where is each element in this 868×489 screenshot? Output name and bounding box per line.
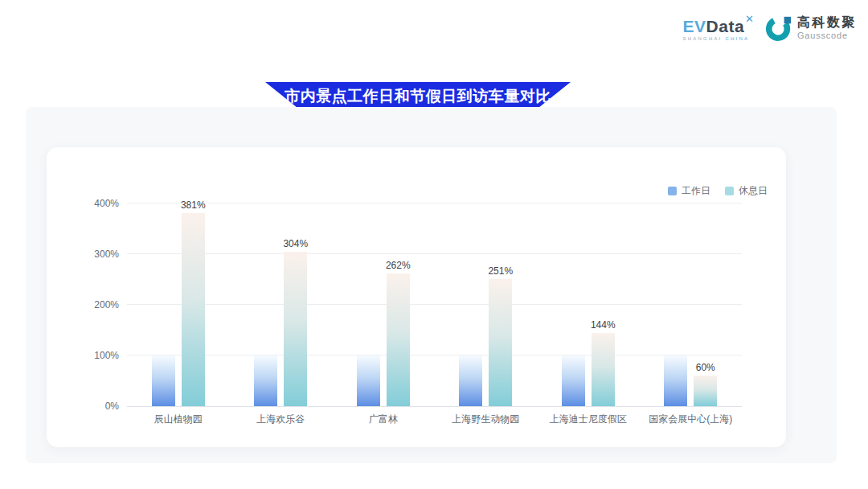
y-axis-label: 200% [80,299,119,310]
gridline [127,253,742,254]
gausscode-name-cn: 高科数聚 [797,15,857,30]
bar-workday [357,355,380,406]
bar-value-label: 60% [678,362,734,373]
plot-area: 0%100%200%300%400%381%辰山植物园304%上海欢乐谷262%… [127,203,742,406]
x-axis-label: 辰山植物园 [127,413,230,426]
evdata-logo: EV Data ✕ SHANGHAI CHINA [683,14,754,41]
legend-item-restday[interactable]: 休息日 [725,184,768,198]
bar-value-label: 144% [575,319,631,331]
bar-workday [254,355,277,406]
x-axis-label: 广富林 [332,413,435,426]
gridline [127,304,742,305]
gridline [127,355,742,355]
gausscode-name-en: Gausscode [797,31,857,41]
y-axis-label: 300% [80,249,119,260]
bar-restday [182,213,205,406]
gausscode-text: 高科数聚 Gausscode [797,15,857,40]
bar-restday [694,376,717,406]
header-logos: EV Data ✕ SHANGHAI CHINA 高科数聚 Gausscode [683,14,857,42]
x-axis-label: 上海欢乐谷 [230,413,333,426]
evdata-x-icon: ✕ [745,14,754,24]
title-banner: 市内景点工作日和节假日到访车量对比 [265,82,571,110]
bar-workday [562,355,585,406]
bar-value-label: 381% [165,199,221,211]
y-axis-label: 400% [80,198,119,209]
bar-workday [459,355,482,406]
page-title: 市内景点工作日和节假日到访车量对比 [285,86,551,107]
gausscode-g-icon [765,14,792,42]
legend-label: 工作日 [682,184,710,198]
bar-value-label: 251% [473,265,529,277]
y-axis-label: 100% [80,350,119,361]
x-axis-label: 上海野生动物园 [435,413,538,426]
chart-card: 工作日休息日 0%100%200%300%400%381%辰山植物园304%上海… [47,147,786,447]
chart-panel: 工作日休息日 0%100%200%300%400%381%辰山植物园304%上海… [26,107,837,463]
legend-swatch-icon [725,187,734,195]
bar-restday [592,333,615,406]
bar-restday [284,252,307,406]
bar-restday [387,273,410,406]
legend-swatch-icon [668,187,677,195]
evdata-wordmark-data: Data [706,18,745,35]
evdata-subtitle-shanghai: SHANGHAI [683,36,723,41]
evdata-wordmark: EV Data ✕ [683,18,754,35]
gausscode-logo: 高科数聚 Gausscode [765,14,857,42]
chart-legend: 工作日休息日 [668,184,768,198]
legend-label: 休息日 [739,184,768,198]
evdata-subtitle-china: CHINA [726,36,750,41]
bar-value-label: 262% [370,260,426,271]
legend-item-workday[interactable]: 工作日 [668,184,710,198]
x-axis-label: 上海迪士尼度假区 [537,413,640,426]
x-axis-label: 国家会展中心(上海) [640,413,743,426]
bar-restday [489,279,512,406]
evdata-subtitle: SHANGHAI CHINA [683,36,750,41]
bar-value-label: 304% [268,238,324,249]
evdata-wordmark-ev: EV [683,18,706,35]
gridline [127,406,742,407]
y-axis-label: 0% [80,401,119,412]
bar-workday [152,355,175,406]
